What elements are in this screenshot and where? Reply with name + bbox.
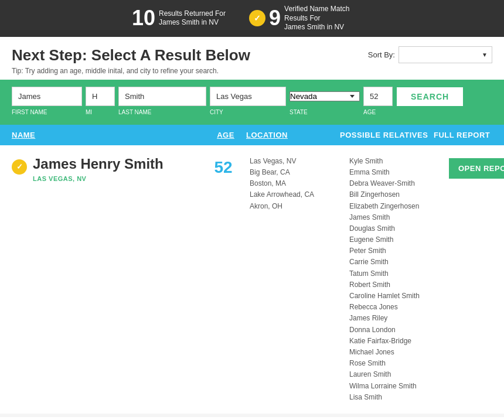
- sort-by-select[interactable]: [399, 46, 492, 63]
- search-fields: Nevada SEARCH: [12, 87, 492, 107]
- col-report-header: FULL REPORT: [434, 131, 492, 139]
- first-name-input[interactable]: [12, 87, 82, 106]
- result-city: LAS VEGAS, NV: [33, 175, 197, 182]
- location-item: Las Vegas, NV: [250, 156, 343, 167]
- location-item: Akron, OH: [250, 201, 343, 212]
- next-step-section: Next Step: Select A Result Below Tip: Tr…: [0, 37, 504, 80]
- relative-item: Emma Smith: [349, 167, 443, 178]
- results-label: Results Returned ForJames Smith in NV: [159, 9, 226, 28]
- result-relatives: Kyle SmithEmma SmithDebra Weaver-SmithBi…: [349, 156, 443, 403]
- relative-item: Eugene Smith: [349, 234, 443, 245]
- age-input[interactable]: [363, 87, 393, 106]
- relative-item: Caroline Hamlet Smith: [349, 291, 443, 302]
- location-item: Lake Arrowhead, CA: [250, 189, 343, 200]
- search-bar: Nevada SEARCH FIRST NAME MI LAST NAME CI…: [0, 80, 504, 125]
- relative-item: Carrie Smith: [349, 257, 443, 268]
- col-relatives-header: POSSIBLE RELATIVES: [340, 131, 434, 139]
- sort-by-label: Sort By:: [368, 50, 395, 59]
- relative-item: Rose Smith: [349, 358, 443, 369]
- result-name-col: James Henry Smith LAS VEGAS, NV: [33, 156, 197, 182]
- open-report-button[interactable]: OPEN REPORT: [449, 158, 504, 179]
- relative-item: Katie Fairfax-Bridge: [349, 336, 443, 347]
- state-select[interactable]: Nevada: [290, 91, 360, 101]
- verified-check: ✓: [12, 159, 27, 175]
- relative-item: Rebecca Jones: [349, 302, 443, 313]
- relative-item: Douglas Smith: [349, 223, 443, 234]
- location-item: Big Bear, CA: [250, 167, 343, 178]
- age-label: AGE: [363, 109, 393, 115]
- results-container: ✓ James Henry Smith LAS VEGAS, NV 52 Las…: [0, 145, 504, 420]
- city-label: CITY: [210, 109, 286, 115]
- result-age: 52: [203, 156, 244, 177]
- verified-badge-icon: ✓: [249, 10, 265, 26]
- relative-item: Donna London: [349, 325, 443, 336]
- col-age-header[interactable]: AGE: [205, 131, 246, 139]
- page-title: Next Step: Select A Result Below: [12, 46, 250, 64]
- verified-stat: ✓ 9 Verified Name Match Results ForJames…: [249, 5, 372, 32]
- first-name-label: FIRST NAME: [12, 109, 82, 115]
- results-count: 10: [132, 8, 155, 29]
- relative-item: Wilma Lorraine Smith: [349, 381, 443, 392]
- sort-by-wrapper: Sort By:: [368, 46, 492, 63]
- result-report-col: OPEN REPORT: [449, 156, 504, 179]
- mi-input[interactable]: [86, 87, 115, 106]
- results-stat: 10 Results Returned ForJames Smith in NV: [132, 8, 226, 29]
- tip-text: Tip: Try adding an age, middle inital, a…: [12, 67, 250, 75]
- relative-item: James Riley: [349, 313, 443, 324]
- verified-count: 9: [269, 8, 281, 29]
- relative-item: James Smith: [349, 212, 443, 223]
- relative-item: Michael Jones: [349, 347, 443, 358]
- check-badge-icon: ✓: [12, 159, 27, 175]
- relative-item: Robert Smith: [349, 279, 443, 291]
- relative-item: Kyle Smith: [349, 156, 443, 167]
- table-row: ✓ James Henry Smith LAS VEGAS, NV 52 Las…: [0, 145, 504, 417]
- relative-item: Elizabeth Zingerhosen: [349, 201, 443, 212]
- relative-item: Peter Smith: [349, 245, 443, 257]
- col-location-header[interactable]: LOCATION: [246, 131, 340, 139]
- relative-item: Debra Weaver-Smith: [349, 178, 443, 189]
- last-name-label: LAST NAME: [118, 109, 206, 115]
- next-step-left: Next Step: Select A Result Below Tip: Tr…: [12, 46, 250, 75]
- state-label: STATE: [290, 109, 360, 115]
- relative-item: Lisa Smith: [349, 392, 443, 403]
- col-name-header[interactable]: NAME: [12, 131, 205, 139]
- city-input[interactable]: [210, 87, 286, 106]
- relative-item: Bill Zingerhosen: [349, 189, 443, 200]
- mi-label: MI: [86, 109, 115, 115]
- field-labels: FIRST NAME MI LAST NAME CITY STATE AGE: [12, 109, 492, 115]
- header-bar: 10 Results Returned ForJames Smith in NV…: [0, 0, 504, 37]
- verified-label: Verified Name Match Results ForJames Smi…: [284, 5, 372, 32]
- last-name-input[interactable]: [118, 87, 206, 106]
- result-locations: Las Vegas, NVBig Bear, CABoston, MALake …: [250, 156, 343, 212]
- search-button[interactable]: SEARCH: [396, 87, 464, 107]
- location-item: Boston, MA: [250, 178, 343, 189]
- relative-item: Lauren Smith: [349, 369, 443, 380]
- sort-by-container[interactable]: [399, 46, 492, 63]
- table-row: ✓ James Hubert Smith NORTH LAS VEGAS, NV…: [0, 417, 504, 420]
- table-header: NAME AGE LOCATION POSSIBLE RELATIVES FUL…: [0, 125, 504, 145]
- result-name: James Henry Smith: [33, 156, 197, 173]
- relative-item: Tatum Smith: [349, 268, 443, 279]
